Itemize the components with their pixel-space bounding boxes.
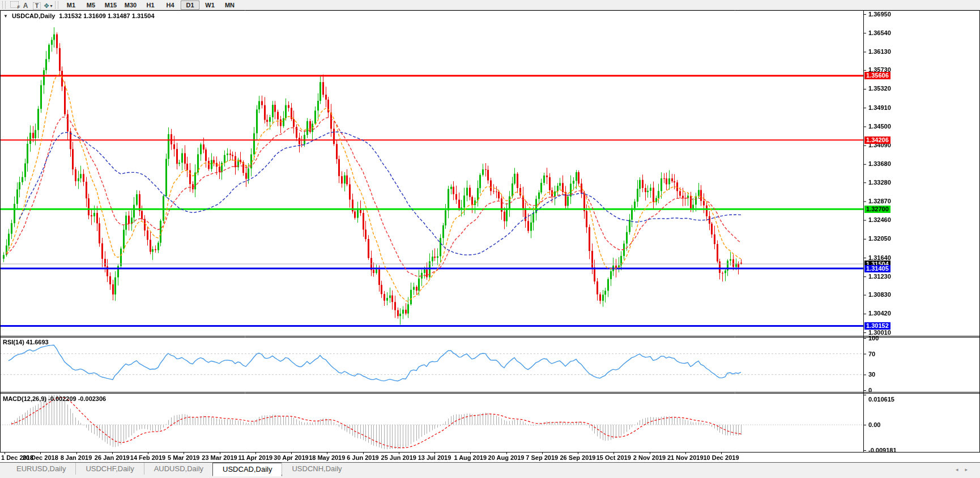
rsi-indicator-label: RSI(14) 41.6693	[3, 339, 49, 345]
price-tick-label: 1.33280	[868, 179, 891, 186]
date-axis-label: 7 Sep 2019	[526, 454, 558, 461]
price-level-badge: 1.31405	[864, 265, 890, 272]
tab-usdchf[interactable]: USDCHF,Daily	[75, 463, 143, 475]
date-axis-label: 10 Dec 2019	[704, 454, 739, 461]
date-axis-label: 14 Feb 2019	[130, 454, 165, 461]
price-tick-label: 1.30830	[868, 291, 891, 298]
macd-indicator-label: MACD(12,26,9) -0.002209 -0.002306	[3, 395, 106, 402]
price-level-badge: 1.34206	[864, 136, 890, 144]
timeframe-button-h4[interactable]: H4	[161, 1, 180, 10]
rsi-tick-label: 70	[868, 351, 875, 357]
date-axis-label: 30 Apr 2019	[274, 454, 308, 461]
macd-tick-label: -0.009181	[868, 447, 897, 454]
timeframe-button-d1[interactable]: D1	[181, 1, 199, 10]
date-axis-label: 26 Sep 2019	[560, 454, 596, 461]
date-axis-label: 20 Aug 2019	[488, 454, 525, 461]
price-level-badge: 1.32700	[864, 206, 890, 213]
chart-title: ▼ USDCAD,Daily 1.31532 1.31609 1.31487 1…	[3, 12, 155, 19]
rsi-tick-label: 100	[868, 335, 879, 342]
fibonacci-tool-icon[interactable]: F	[9, 0, 19, 8]
chart-canvas[interactable]	[0, 10, 980, 462]
price-tick-label: 1.32460	[868, 216, 891, 223]
date-axis-label: 23 Mar 2019	[202, 454, 237, 461]
text-tool-icon[interactable]: T	[32, 2, 42, 10]
tab-usdcad[interactable]: USDCAD,Daily	[212, 463, 282, 476]
date-axis-label: 21 Nov 2019	[667, 454, 704, 461]
cursor-options-icon[interactable]: ✥▾	[43, 2, 53, 10]
date-axis-label: 1 Aug 2019	[454, 454, 487, 461]
price-tick-label: 1.30420	[868, 310, 891, 317]
tab-audusd[interactable]: AUDUSD,Daily	[144, 463, 213, 475]
price-tick-label: 1.36130	[868, 48, 891, 55]
chevron-down-icon[interactable]: ▼	[3, 14, 8, 19]
date-axis-label: 5 Mar 2019	[168, 454, 199, 461]
price-tick-label: 1.36950	[868, 11, 891, 18]
price-tick-label: 1.32870	[868, 198, 891, 204]
timeframes-toolbar: M1M5M15M30H1H4D1W1MN	[61, 1, 240, 10]
date-axis-label: 20 Dec 2018	[23, 454, 58, 461]
chart-ohlc-values: 1.31532 1.31609 1.31487 1.31504	[59, 12, 154, 19]
tab-scroll-right-icon[interactable]: ▸	[965, 467, 974, 472]
price-tick-label: 1.34910	[868, 104, 891, 111]
toolbar-grip[interactable]	[55, 1, 58, 8]
timeframe-button-m1[interactable]: M1	[62, 1, 80, 10]
tab-eurusd[interactable]: EURUSD,Daily	[7, 463, 75, 475]
rsi-tick-label: 0	[868, 387, 872, 394]
timeframe-button-m30[interactable]: M30	[121, 1, 140, 10]
chart-window: ▼ USDCAD,Daily 1.31532 1.31609 1.31487 1…	[0, 10, 980, 462]
date-axis-label: 6 Jun 2019	[347, 454, 378, 461]
date-axis-label: 13 Jul 2019	[418, 454, 451, 461]
date-axis-label: 2 Nov 2019	[633, 454, 666, 461]
price-tick-label: 1.36540	[868, 29, 891, 36]
top-toolbar: FAT✥▾ M1M5M15M30H1H4D1W1MN	[0, 0, 980, 10]
timeframe-button-m5[interactable]: M5	[82, 1, 100, 10]
timeframe-button-m15[interactable]: M15	[101, 1, 120, 10]
date-axis-label: 26 Jan 2019	[95, 454, 130, 461]
toolbar-grip[interactable]	[2, 1, 6, 8]
macd-tick-label: 0.00	[868, 421, 880, 428]
timeframe-button-h1[interactable]: H1	[141, 1, 160, 10]
timeframe-button-mn[interactable]: MN	[220, 1, 239, 10]
chart-tab-bar: EURUSD,DailyUSDCHF,DailyAUDUSD,DailyUSDC…	[0, 462, 980, 478]
date-axis-label: 25 Jun 2019	[381, 454, 416, 461]
rsi-tick-label: 30	[868, 371, 875, 378]
chart-symbol-label: USDCAD,Daily	[12, 12, 55, 19]
date-axis-label: 18 May 2019	[309, 454, 345, 461]
tab-scroll-left-icon[interactable]: ◂	[956, 467, 965, 472]
macd-tick-label: 0.010615	[868, 396, 894, 403]
chart-tabs: EURUSD,DailyUSDCHF,DailyAUDUSD,DailyUSDC…	[0, 463, 980, 478]
date-axis-label: 8 Jan 2019	[61, 454, 92, 461]
date-axis-label: 11 Apr 2019	[238, 454, 272, 461]
price-tick-label: 1.33680	[868, 160, 891, 167]
price-tick-label: 1.35320	[868, 85, 891, 92]
price-level-badge: 1.30152	[864, 322, 890, 330]
timeframe-button-w1[interactable]: W1	[201, 1, 219, 10]
date-axis-label: 15 Oct 2019	[596, 454, 631, 461]
price-tick-label: 1.34500	[868, 123, 891, 130]
price-level-badge: 1.35606	[864, 72, 890, 79]
price-tick-label: 1.31230	[868, 273, 891, 280]
label-tool-icon[interactable]: A	[20, 1, 31, 10]
price-tick-label: 1.32050	[868, 235, 891, 242]
line-studies-toolbar: FAT✥▾	[8, 0, 54, 10]
tab-usdcnh[interactable]: USDCNH,Daily	[282, 463, 351, 475]
